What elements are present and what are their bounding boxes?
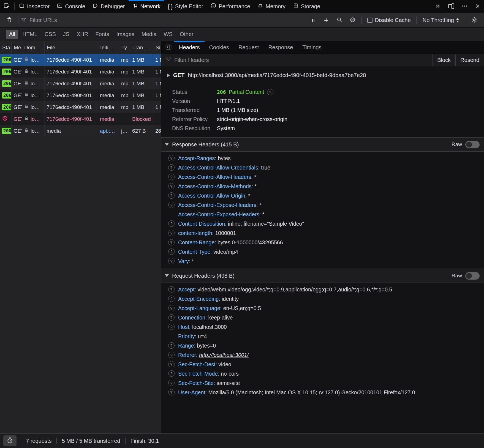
help-icon[interactable]: ? (168, 305, 175, 311)
request-row[interactable]: 206 GET (0, 101, 161, 113)
help-icon[interactable]: ? (168, 370, 175, 377)
column-header[interactable]: Si (153, 41, 161, 54)
clear-requests-button[interactable] (3, 17, 16, 24)
header-name[interactable]: Referer: (178, 352, 197, 358)
help-icon[interactable]: ? (267, 89, 273, 95)
tab-storage[interactable]: Storage (289, 0, 324, 13)
request-url-row[interactable]: GET http://localhost:3000/api/media/7176… (161, 66, 484, 84)
help-icon[interactable]: ? (168, 314, 175, 321)
tab-inspector[interactable]: Inspector (15, 0, 53, 13)
tab-network[interactable]: Network (129, 0, 164, 13)
help-icon[interactable]: ? (168, 296, 175, 302)
type-filter-pill[interactable]: JS (60, 30, 72, 39)
header-name[interactable]: Content-Type: (178, 249, 212, 255)
header-name[interactable]: Connection: (178, 315, 207, 321)
details-tab[interactable]: Headers (174, 41, 205, 54)
help-icon[interactable]: ? (168, 230, 175, 236)
type-filter-pill[interactable]: Other (177, 30, 197, 39)
type-filter-pill[interactable]: HTML (19, 30, 40, 39)
pause-button[interactable] (307, 17, 320, 23)
tab-console[interactable]: Console (53, 0, 89, 13)
help-icon[interactable]: ? (168, 202, 175, 208)
type-filter-pill[interactable]: Media (138, 30, 159, 39)
raw-toggle[interactable] (465, 272, 480, 280)
tab-memory[interactable]: Memory (254, 0, 289, 13)
performance-analysis-button[interactable] (3, 435, 17, 446)
help-icon[interactable]: ? (168, 239, 175, 245)
filter-headers-input[interactable] (174, 57, 432, 63)
close-devtools-button[interactable] (471, 0, 484, 13)
header-name[interactable]: Accept-Encoding: (178, 296, 220, 302)
responsive-design-button[interactable] (444, 0, 458, 13)
help-icon[interactable]: ? (168, 342, 175, 349)
request-row[interactable]: 206 GET (0, 78, 161, 89)
request-row[interactable]: 200 GET (0, 125, 161, 137)
header-name[interactable]: Access-Control-Allow-Credentials: (178, 165, 260, 171)
type-filter-pill[interactable]: XHR (74, 30, 91, 39)
header-name[interactable]: Sec-Fetch-Dest: (178, 361, 217, 367)
disable-cache-checkbox[interactable]: Disable Cache (364, 17, 414, 23)
help-icon[interactable]: ? (168, 389, 175, 395)
help-icon[interactable]: ? (168, 183, 175, 189)
filter-urls-input[interactable] (29, 17, 307, 23)
throttling-dropdown[interactable]: No Throttling (419, 17, 463, 23)
header-name[interactable]: Access-Control-Expose-Headers: (178, 202, 258, 208)
column-header[interactable]: Initi… (98, 41, 119, 54)
help-icon[interactable]: ? (168, 174, 175, 180)
help-icon[interactable]: ? (168, 220, 175, 227)
column-header[interactable]: File (45, 41, 98, 54)
tab-debugger[interactable]: Debugger (89, 0, 129, 13)
search-button[interactable] (333, 17, 346, 24)
header-name[interactable]: User-Agent: (178, 389, 207, 395)
type-filter-pill[interactable]: WS (161, 30, 176, 39)
header-name[interactable]: Content-Range: (178, 239, 216, 245)
header-name[interactable]: Access-Control-Allow-Headers: (178, 174, 253, 180)
header-name[interactable]: Accept: (178, 286, 196, 293)
header-name[interactable]: Access-Control-Allow-Origin: (178, 193, 247, 199)
help-icon[interactable]: ? (168, 248, 175, 255)
column-header[interactable]: Ty (119, 41, 130, 54)
header-name[interactable]: Sec-Fetch-Site: (178, 380, 215, 386)
type-filter-pill[interactable]: CSS (42, 30, 59, 39)
column-header[interactable]: Tran… (130, 41, 153, 54)
details-tab[interactable]: Request (234, 41, 264, 54)
help-icon[interactable]: ? (168, 258, 175, 264)
column-header[interactable]: Me (12, 41, 22, 54)
raw-toggle[interactable] (465, 141, 480, 148)
help-icon[interactable]: ? (168, 192, 175, 199)
request-row[interactable]: 206 GET (0, 66, 161, 78)
help-icon[interactable]: ? (168, 352, 175, 358)
header-name[interactable]: Accept-Ranges: (178, 155, 216, 161)
meatball-menu-button[interactable] (458, 0, 471, 13)
type-filter-pill[interactable]: Fonts (92, 30, 112, 39)
request-row[interactable]: GET lo… 7176edcd-490f-401 media (0, 113, 161, 125)
block-url-button[interactable]: Block (432, 54, 455, 66)
help-icon[interactable]: ? (168, 380, 175, 386)
tab-style-editor[interactable]: { } Style Editor (164, 0, 207, 13)
header-name[interactable]: Sec-Fetch-Mode: (178, 371, 219, 377)
response-headers-section-header[interactable]: Response Headers (415 B) Raw (161, 137, 484, 152)
split-console-button[interactable] (161, 41, 174, 54)
details-tab[interactable]: Cookies (205, 41, 234, 54)
help-icon[interactable]: ? (168, 286, 175, 293)
header-name[interactable]: Access-Control-Allow-Methods: (178, 183, 253, 189)
details-tab[interactable]: Response (263, 41, 298, 54)
block-requests-button[interactable] (346, 17, 359, 24)
help-icon[interactable]: ? (168, 155, 175, 161)
tab-performance[interactable]: Performance (207, 0, 254, 13)
type-filter-pill[interactable]: All (6, 30, 18, 39)
request-row[interactable]: 206 GET (0, 89, 161, 101)
header-name[interactable]: Content-Disposition: (178, 221, 227, 227)
type-filter-pill[interactable]: Images (113, 30, 137, 39)
request-headers-section-header[interactable]: Request Headers (498 B) Raw (161, 269, 484, 283)
header-name[interactable]: Access-Control-Exposed-Headers: (178, 211, 261, 217)
column-header[interactable]: Dom… (22, 41, 45, 54)
resend-button[interactable]: Resend (455, 54, 484, 66)
network-settings-button[interactable] (467, 16, 481, 24)
header-name[interactable]: Range: (178, 343, 195, 349)
header-name[interactable]: Priority: (178, 333, 196, 339)
header-name[interactable]: content-length: (178, 230, 214, 236)
help-icon[interactable]: ? (168, 164, 175, 171)
add-button[interactable] (320, 17, 333, 24)
details-tab[interactable]: Timings (298, 41, 326, 54)
